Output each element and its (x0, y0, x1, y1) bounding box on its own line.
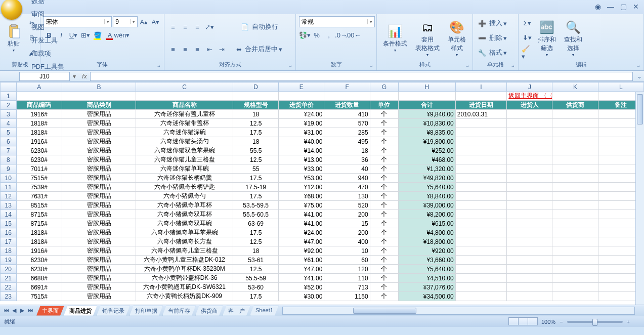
view-switcher[interactable] (508, 317, 537, 326)
cell[interactable]: ¥40.00 (279, 137, 324, 146)
cell[interactable] (455, 119, 506, 128)
cell[interactable]: 6230# (16, 265, 62, 274)
cell[interactable] (455, 183, 506, 192)
cell[interactable]: 1818# (16, 128, 62, 137)
cell[interactable]: 1818# (16, 119, 62, 128)
cell[interactable] (455, 274, 506, 283)
cell[interactable]: ¥41.00 (279, 274, 324, 283)
delete-cells-button[interactable]: ➖删除▾ (476, 32, 509, 44)
cell[interactable]: 六奇小黄鸭单耳杯DK-35230M (136, 265, 233, 274)
cell[interactable]: 40 (324, 164, 370, 174)
cell[interactable]: 17.5 (233, 174, 279, 183)
cell[interactable]: 密胺用品 (62, 210, 136, 219)
cell[interactable] (552, 274, 598, 283)
row-header[interactable]: 20 (1, 265, 17, 274)
table-header-cell[interactable]: 供货商 (552, 101, 598, 110)
align-middle-icon[interactable]: ≡ (180, 21, 191, 32)
cell[interactable]: 密胺用品 (62, 274, 136, 283)
autosum-icon[interactable]: Σ▾ (522, 18, 533, 29)
column-header[interactable]: D (233, 82, 279, 92)
cell[interactable]: 55.5-59 (233, 274, 279, 283)
column-header[interactable]: K (552, 82, 598, 92)
cell[interactable] (507, 265, 552, 274)
cell[interactable]: 10 (324, 246, 370, 256)
row-header[interactable]: 2 (1, 101, 17, 110)
cell[interactable]: 密胺用品 (62, 283, 136, 292)
cell[interactable] (552, 292, 598, 301)
table-header-cell[interactable]: 进货数量 (324, 101, 370, 110)
column-header[interactable]: A (16, 82, 62, 92)
cell[interactable]: 8715# (16, 219, 62, 228)
cell[interactable]: 200 (324, 228, 370, 237)
cell[interactable]: 个 (370, 219, 398, 228)
close-icon[interactable]: ✕ (633, 3, 639, 11)
table-header-cell[interactable]: 商品编码 (16, 101, 62, 110)
row-header[interactable]: 18 (1, 246, 17, 256)
cell[interactable]: 个 (370, 110, 398, 119)
cell[interactable]: ¥61.00 (279, 256, 324, 265)
tab-nav-prev-icon[interactable]: ◀ (10, 307, 18, 314)
cell[interactable]: 密胺用品 (62, 128, 136, 137)
cell[interactable]: 六奇小猪佩奇勺 (136, 192, 233, 201)
cell[interactable]: 六奇小黄鸭带盖杯DK-36 (136, 274, 233, 283)
cell[interactable] (455, 164, 506, 174)
sort-filter-button[interactable]: 🔤排序和 筛选▾ (535, 16, 559, 60)
cell[interactable]: ¥4,800.00 (399, 228, 456, 237)
row-header[interactable]: 11 (1, 183, 17, 192)
cell[interactable]: ¥19.00 (279, 119, 324, 128)
cell[interactable]: 12.5 (233, 237, 279, 246)
column-header[interactable]: E (279, 82, 324, 92)
cell[interactable] (507, 137, 552, 146)
fill-color-button[interactable]: 🪣 (92, 29, 103, 40)
find-select-button[interactable]: 🔍查找和 选择▾ (561, 16, 585, 60)
table-header-cell[interactable]: 进货单价 (279, 101, 324, 110)
cell[interactable]: 六奇小猪佩奇双耳碗 (136, 219, 233, 228)
align-right-icon[interactable]: ≡ (192, 44, 203, 55)
cell[interactable]: 55 (233, 164, 279, 174)
cell[interactable]: 410 (324, 110, 370, 119)
row-header[interactable]: 14 (1, 210, 17, 219)
table-header-cell[interactable]: 商品名称 (136, 101, 233, 110)
cell[interactable]: 密胺用品 (62, 219, 136, 228)
cell[interactable]: ¥9,840.00 (399, 110, 456, 119)
decrease-font-icon[interactable]: A▾ (150, 16, 161, 27)
font-size-combo[interactable]: 9▾ (113, 16, 138, 27)
cell[interactable] (324, 92, 370, 101)
cell[interactable]: ¥920.00 (399, 246, 456, 256)
column-header[interactable]: G (370, 82, 398, 92)
sheet-tab[interactable]: 打印单据 (130, 306, 163, 316)
cell[interactable]: 个 (370, 228, 398, 237)
cell[interactable]: ¥3,660.00 (399, 256, 456, 265)
cell[interactable] (552, 110, 598, 119)
cell[interactable] (455, 137, 506, 146)
cell[interactable]: 1818# (16, 228, 62, 237)
cell[interactable] (455, 237, 506, 246)
column-header[interactable]: J (507, 82, 552, 92)
cell[interactable]: ¥75.00 (279, 201, 324, 210)
cell[interactable]: 18 (233, 137, 279, 146)
cell[interactable] (370, 92, 398, 101)
cell[interactable]: 六奇小猪佩奇长柄铲匙 (136, 183, 233, 192)
cell[interactable]: 18 (233, 246, 279, 256)
cell[interactable]: 密胺用品 (62, 164, 136, 174)
cell[interactable] (507, 110, 552, 119)
cell[interactable] (507, 164, 552, 174)
cell[interactable] (552, 201, 598, 210)
row-header[interactable]: 17 (1, 237, 17, 246)
cell[interactable]: 18 (324, 146, 370, 155)
row-header[interactable]: 6 (1, 137, 17, 146)
table-header-cell[interactable]: 单位 (370, 101, 398, 110)
cell[interactable] (552, 265, 598, 274)
zoom-slider[interactable] (567, 321, 623, 323)
cell[interactable]: ¥12.00 (279, 183, 324, 192)
cell[interactable] (62, 92, 136, 101)
sheet-tab[interactable]: Sheet1 (250, 306, 279, 316)
cell[interactable]: ¥468.00 (399, 155, 456, 164)
cell[interactable]: 17.5 (233, 128, 279, 137)
currency-icon[interactable]: 💱▾ (299, 29, 310, 40)
cell[interactable]: 个 (370, 256, 398, 265)
cell[interactable]: 18 (233, 110, 279, 119)
cell[interactable]: 55.5 (233, 146, 279, 155)
cell[interactable]: 密胺用品 (62, 192, 136, 201)
cell[interactable] (552, 237, 598, 246)
